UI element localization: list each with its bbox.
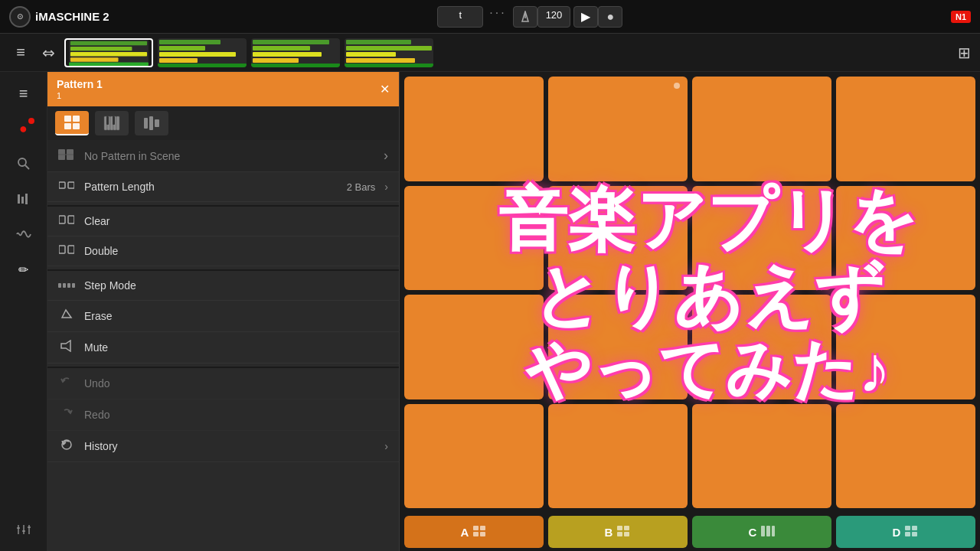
pad-10[interactable] [548, 295, 688, 399]
pattern-thumb-4[interactable] [345, 38, 433, 67]
clear-icon [58, 214, 75, 228]
menu-section-pattern: No Pattern in Scene › Pattern Length 2 B… [47, 140, 399, 202]
group-tabs: A B [400, 513, 980, 551]
pad-3[interactable] [692, 77, 831, 181]
mute-item[interactable]: Mute [47, 332, 399, 364]
svg-point-25 [18, 158, 26, 166]
sidebar-mixer[interactable] [8, 514, 39, 545]
bpm-display[interactable]: 120 [537, 6, 571, 28]
grid-view-btn[interactable]: ⊞ [958, 44, 971, 62]
svg-rect-34 [22, 530, 25, 532]
svg-rect-5 [70, 57, 119, 61]
svg-rect-75 [772, 526, 775, 536]
history-item[interactable]: History › [47, 431, 399, 462]
sidebar-pen[interactable]: ✏ [8, 254, 39, 285]
link-btn[interactable]: ⇔ [37, 37, 60, 68]
redo-icon [58, 407, 75, 422]
group-tab-c[interactable]: C [692, 516, 831, 548]
pattern-thumb-2[interactable] [158, 38, 247, 67]
svg-rect-74 [766, 526, 770, 536]
dropdown-panel: Pattern 1 1 ✕ [47, 72, 400, 551]
sidebar-wave[interactable] [8, 219, 39, 249]
svg-rect-70 [624, 526, 629, 530]
svg-rect-67 [473, 532, 479, 536]
pattern-length-item[interactable]: Pattern Length 2 Bars › [47, 172, 399, 202]
double-item[interactable]: Double [47, 236, 399, 266]
pad-9[interactable] [404, 295, 544, 399]
step-mode-item[interactable]: Step Mode [47, 271, 399, 301]
svg-rect-20 [346, 40, 411, 44]
undo-icon [58, 376, 75, 391]
sidebar-search[interactable] [8, 148, 39, 179]
group-d-grid-icon [905, 526, 919, 539]
group-b-label: B [605, 526, 613, 539]
tab-piano[interactable] [95, 111, 129, 135]
pad-2[interactable] [548, 77, 688, 181]
panel-close-btn[interactable]: ✕ [380, 82, 390, 96]
sidebar-record[interactable]: ● [8, 113, 39, 144]
svg-rect-44 [116, 116, 119, 130]
svg-rect-23 [346, 58, 415, 63]
redo-item[interactable]: Redo [47, 399, 399, 431]
svg-rect-73 [761, 526, 765, 536]
pad-12[interactable] [836, 295, 975, 399]
pattern-length-arrow: › [384, 181, 388, 193]
pad-6[interactable] [548, 186, 688, 291]
group-b-grid-icon [617, 526, 631, 539]
pad-1[interactable] [404, 77, 544, 181]
clear-item[interactable]: Clear [47, 207, 399, 236]
double-icon [58, 244, 75, 258]
svg-rect-79 [912, 532, 917, 536]
pattern-length-value: 2 Bars [347, 181, 376, 193]
group-tab-d[interactable]: D [836, 516, 975, 548]
track-name-box[interactable]: t [437, 6, 483, 28]
pad-area: A B [400, 72, 980, 551]
history-label: History [84, 440, 375, 452]
pattern-length-label: Pattern Length [84, 181, 338, 193]
svg-rect-24 [345, 64, 433, 67]
svg-rect-38 [64, 123, 71, 129]
erase-item[interactable]: Erase [47, 301, 399, 332]
hamburger-menu-btn[interactable]: ≡ [9, 37, 32, 68]
pad-16[interactable] [836, 404, 975, 509]
menu-section-history: Undo Redo H [47, 367, 399, 462]
pad-13[interactable] [404, 404, 544, 509]
tab-grid[interactable] [55, 111, 89, 135]
pad-8[interactable] [836, 186, 975, 291]
app-logo: ⊙ iMASCHINE 2 [9, 6, 109, 28]
undo-item[interactable]: Undo [47, 368, 399, 399]
pad-5[interactable] [404, 186, 544, 291]
tab-song[interactable] [135, 111, 168, 135]
sidebar-bars[interactable] [8, 184, 39, 214]
group-a-label: A [461, 526, 469, 539]
pad-15[interactable] [692, 404, 831, 509]
svg-rect-69 [617, 526, 622, 530]
play-button[interactable]: ▶ [573, 6, 598, 28]
svg-rect-45 [106, 116, 109, 125]
pad-11[interactable] [692, 295, 831, 399]
group-tab-a[interactable]: A [404, 516, 544, 548]
svg-rect-8 [159, 40, 220, 44]
sidebar-hamburger[interactable]: ≡ [8, 78, 39, 109]
pad-14[interactable] [548, 404, 688, 509]
svg-rect-4 [70, 52, 147, 56]
metronome-button[interactable] [513, 6, 537, 28]
svg-rect-77 [912, 526, 917, 530]
main-area: ≡ ● ✏ [0, 72, 980, 551]
redo-label: Redo [84, 409, 388, 421]
app-logo-icon: ⊙ [9, 6, 31, 28]
svg-rect-27 [18, 194, 20, 204]
svg-line-26 [25, 165, 29, 169]
pad-4[interactable] [836, 77, 975, 181]
pattern-thumb-3[interactable] [251, 38, 340, 67]
group-tab-b[interactable]: B [548, 516, 688, 548]
no-pattern-chevron: › [384, 148, 388, 164]
svg-rect-60 [63, 283, 66, 288]
record-button[interactable]: ● [598, 6, 622, 28]
ni-badge: N1 [951, 11, 971, 23]
svg-rect-61 [67, 283, 70, 288]
pattern-thumb-1[interactable] [64, 38, 153, 67]
transport-name-area: t ··· 120 ▶ ● [116, 6, 945, 28]
pad-7[interactable] [692, 186, 831, 291]
svg-rect-12 [158, 64, 247, 67]
